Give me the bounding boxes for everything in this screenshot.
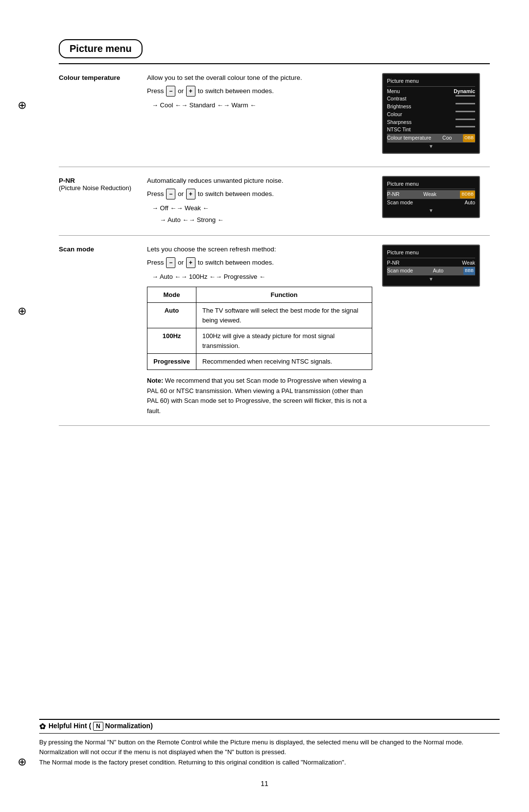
hint-line-2: Normalization will not occur if the menu… xyxy=(39,747,500,758)
or-label-3: or xyxy=(178,259,184,266)
table-row-auto: Auto The TV software will select the bes… xyxy=(147,303,372,328)
table-cell-progressive-function: Recommended when receiving NTSC signals. xyxy=(196,354,372,370)
table-cell-100hz-function: 100Hz will give a steady picture for mos… xyxy=(196,328,372,354)
colour-temp-arrow: → Cool ←→ Standard ←→ Warm ← xyxy=(152,100,372,110)
press-label-1: Press xyxy=(147,87,164,95)
or-label-1: or xyxy=(178,87,184,95)
pnr-arrow1: → Off ←→ Weak ← xyxy=(152,203,372,213)
marker-mid xyxy=(15,304,29,319)
pnr-sub-label: (Picture Noise Reduction) xyxy=(59,184,137,192)
section-scan-mode: Scan mode Lets you choose the screen ref… xyxy=(59,236,490,426)
section-content-scan-mode: Lets you choose the screen refresh metho… xyxy=(147,245,372,417)
tv-row-1-sharpness: Sharpness xyxy=(387,119,475,126)
section-image-scan: Picture menu P-NRWeak Scan modeAuto BBB … xyxy=(382,245,490,417)
section-pnr: P-NR (Picture Noise Reduction) Automatic… xyxy=(59,167,490,236)
tv-row-2-pnr: P-NRWeak BDBB xyxy=(387,190,475,199)
colour-temp-instruction: Press − or + to switch between modes. xyxy=(147,86,372,97)
pnr-main-label: P-NR xyxy=(59,177,137,184)
pnr-arrow2: → Auto ←→ Strong ← xyxy=(152,215,372,225)
table-cell-progressive-mode: Progressive xyxy=(147,354,196,370)
tv-arrow-down-1: ▼ xyxy=(387,143,475,150)
scan-description: Lets you choose the screen refresh metho… xyxy=(147,245,372,254)
tv-divider-2 xyxy=(387,189,475,189)
section-label-colour-temperature: Colour temperature xyxy=(59,73,137,158)
note-text: We recommend that you set Scan mode to P… xyxy=(147,377,367,415)
note-section: Note: We recommend that you set Scan mod… xyxy=(147,376,372,417)
tv-screen-colour-temp: Picture menu MenuDynamic Contrast Bright… xyxy=(382,73,480,154)
section-label-pnr: P-NR (Picture Noise Reduction) xyxy=(59,176,137,226)
section-image-colour-temperature: Picture menu MenuDynamic Contrast Bright… xyxy=(382,73,490,158)
page-container: Picture menu Colour temperature Allow yo… xyxy=(0,0,529,812)
tv-row-1-contrast: Contrast xyxy=(387,95,475,103)
helpful-hint-title: ✿ Helpful Hint ( N Normalization) xyxy=(39,719,500,734)
or-label-2: or xyxy=(178,190,184,197)
tv-row-2-scan: Scan modeAuto xyxy=(387,199,475,207)
key-n: N xyxy=(93,722,103,731)
tv-title-1: Picture menu xyxy=(387,77,475,85)
section-label-scan-mode: Scan mode xyxy=(59,245,137,417)
btn-minus-2[interactable]: − xyxy=(166,189,175,199)
scan-instruction: Press − or + to switch between modes. xyxy=(147,257,372,268)
btn-plus-3[interactable]: + xyxy=(186,257,195,268)
section-content-colour-temperature: Allow you to set the overall colour tone… xyxy=(147,73,372,158)
pnr-instruction: Press − or + to switch between modes. xyxy=(147,189,372,199)
btn-plus-2[interactable]: + xyxy=(186,189,195,199)
table-row-100hz: 100Hz 100Hz will give a steady picture f… xyxy=(147,328,372,354)
tv-row-1-menu: MenuDynamic xyxy=(387,88,475,96)
tv-divider-3 xyxy=(387,258,475,258)
tv-arrow-down-3: ▼ xyxy=(387,275,475,283)
section-colour-temperature: Colour temperature Allow you to set the … xyxy=(59,64,490,167)
tv-row-1-colour: Colour xyxy=(387,111,475,119)
press-label-3: Press xyxy=(147,259,164,266)
to-switch-label-1: to switch between modes. xyxy=(198,87,274,95)
tv-title-3: Picture menu xyxy=(387,248,475,257)
marker-bot xyxy=(15,755,29,769)
tv-row-1-brightness: Brightness xyxy=(387,103,475,111)
tv-divider-1 xyxy=(387,86,475,87)
tv-row-3-pnr: P-NRWeak xyxy=(387,259,475,267)
note-label: Note: xyxy=(147,377,163,384)
tv-row-1-colour-temp: Colour temperatureCoo OBB xyxy=(387,134,475,143)
table-header-mode: Mode xyxy=(147,287,196,303)
table-cell-auto-function: The TV software will select the best mod… xyxy=(196,303,372,328)
marker-top xyxy=(15,98,29,113)
tv-title-2: Picture menu xyxy=(387,180,475,188)
btn-minus-3[interactable]: − xyxy=(166,257,175,268)
press-label-2: Press xyxy=(147,190,164,197)
helpful-hint: ✿ Helpful Hint ( N Normalization) By pre… xyxy=(39,719,500,768)
table-header-function: Function xyxy=(196,287,372,303)
pnr-arrow2-text: → Auto ←→ Strong ← xyxy=(160,216,224,223)
page-number: 11 xyxy=(261,780,268,787)
hint-icon: ✿ xyxy=(39,722,46,731)
btn-minus-1[interactable]: − xyxy=(166,86,175,97)
tv-arrow-down-2: ▼ xyxy=(387,207,475,214)
tv-row-1-ntsc: NTSC Tint xyxy=(387,126,475,134)
hint-line-3: The Normal mode is the factory preset co… xyxy=(39,758,500,768)
table-row-progressive: Progressive Recommended when receiving N… xyxy=(147,354,372,370)
colour-temp-description: Allow you to set the overall colour tone… xyxy=(147,73,372,83)
page-title: Picture menu xyxy=(59,39,143,58)
helpful-hint-body: By pressing the Normal "N" button on the… xyxy=(39,738,500,768)
btn-plus-1[interactable]: + xyxy=(186,86,195,97)
section-content-pnr: Automatically reduces unwanted picture n… xyxy=(147,176,372,226)
table-cell-100hz-mode: 100Hz xyxy=(147,328,196,354)
tv-row-3-scan: Scan modeAuto BBB xyxy=(387,267,475,275)
helpful-hint-title-text: Helpful Hint ( N Normalization) xyxy=(48,722,153,731)
section-image-pnr: Picture menu P-NRWeak BDBB Scan modeAuto… xyxy=(382,176,490,226)
hint-line-1: By pressing the Normal "N" button on the… xyxy=(39,738,500,748)
tv-screen-pnr: Picture menu P-NRWeak BDBB Scan modeAuto… xyxy=(382,176,480,218)
pnr-description: Automatically reduces unwanted picture n… xyxy=(147,176,372,186)
scan-arrow: → Auto ←→ 100Hz ←→ Progressive ← xyxy=(152,272,372,282)
to-switch-label-2: to switch between modes. xyxy=(198,190,274,197)
tv-screen-scan: Picture menu P-NRWeak Scan modeAuto BBB … xyxy=(382,245,480,287)
mode-table: Mode Function Auto The TV software will … xyxy=(147,287,372,370)
table-cell-auto-mode: Auto xyxy=(147,303,196,328)
to-switch-label-3: to switch between modes. xyxy=(198,259,274,266)
